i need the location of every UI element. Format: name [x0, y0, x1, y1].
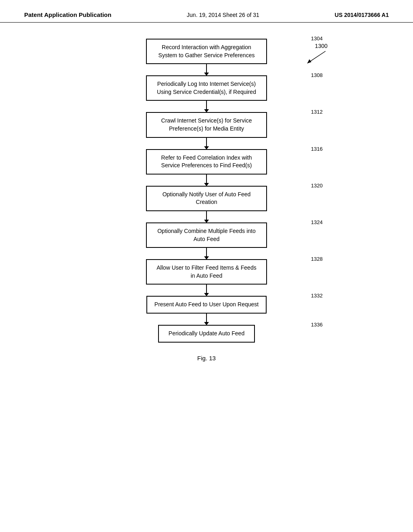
arrow-6	[206, 248, 207, 259]
box-1308: Periodically Log Into Internet Service(s…	[146, 75, 267, 101]
header-center: Jun. 19, 2014 Sheet 26 of 31	[187, 12, 259, 18]
figure-label: Fig. 13	[197, 355, 216, 362]
diagram-area: 1300 Record Interaction with Aggregation…	[0, 23, 413, 374]
box-1320: Optionally Notify User of Auto Feed Crea…	[146, 186, 267, 211]
svg-marker-1	[307, 59, 311, 63]
box-1336: Periodically Update Auto Feed	[158, 325, 255, 343]
step-1324: Optionally Combine Multiple Feeds into A…	[106, 222, 307, 259]
label-1332: 1332	[309, 293, 323, 299]
box-1312: Crawl Internet Service(s) for Service Pr…	[146, 112, 267, 137]
step-1304: Record Interaction with Aggregation Syst…	[106, 39, 307, 75]
label-1308: 1308	[309, 72, 323, 78]
step-1320: Optionally Notify User of Auto Feed Crea…	[106, 186, 307, 222]
box-1332: Present Auto Feed to User Upon Request	[146, 296, 267, 314]
header-left: Patent Application Publication	[24, 11, 111, 18]
arrow-3	[206, 138, 207, 149]
box-1328: Allow User to Filter Feed Items & Feeds …	[146, 259, 267, 285]
step-1308: Periodically Log Into Internet Service(s…	[106, 75, 307, 112]
box-1304: Record Interaction with Aggregation Syst…	[146, 39, 267, 64]
arrow-7	[206, 285, 207, 296]
label-1316: 1316	[309, 146, 323, 152]
step-1316: Refer to Feed Correlation Index with Ser…	[106, 149, 307, 186]
page-header: Patent Application Publication Jun. 19, …	[0, 0, 413, 23]
box-1324: Optionally Combine Multiple Feeds into A…	[146, 222, 267, 248]
step-1332: Present Auto Feed to User Upon Request 1…	[106, 296, 307, 325]
step-1328: Allow User to Filter Feed Items & Feeds …	[106, 259, 307, 296]
arrow-8	[206, 314, 207, 325]
label-1336: 1336	[309, 322, 323, 328]
header-right: US 2014/0173666 A1	[335, 12, 389, 18]
arrow-5	[206, 211, 207, 222]
label-1320: 1320	[309, 183, 323, 189]
label-1324: 1324	[309, 219, 323, 225]
arrow-1	[206, 64, 207, 75]
step-1336: Periodically Update Auto Feed 1336	[106, 325, 307, 343]
label-1312: 1312	[309, 109, 323, 115]
arrow-2	[206, 101, 207, 112]
label-1328: 1328	[309, 256, 323, 262]
label-1304: 1304	[309, 35, 323, 42]
arrow-4	[206, 175, 207, 186]
box-1316: Refer to Feed Correlation Index with Ser…	[146, 149, 267, 175]
step-1312: Crawl Internet Service(s) for Service Pr…	[106, 112, 307, 149]
